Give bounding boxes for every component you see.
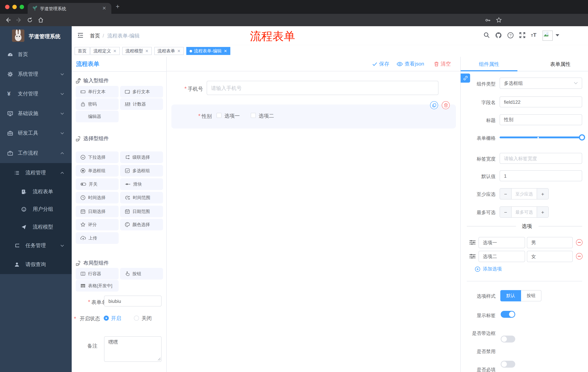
sidebar-item-process-model[interactable]: 流程模型 xyxy=(0,218,72,236)
save-button[interactable]: 保存 xyxy=(372,60,389,68)
option1-label-input[interactable] xyxy=(478,237,525,248)
disabled-toggle[interactable] xyxy=(501,361,515,368)
grid-slider-track[interactable] xyxy=(500,137,582,138)
tag-close-icon[interactable]: ✕ xyxy=(145,49,148,53)
tag-close-icon[interactable]: ✕ xyxy=(113,49,116,53)
palette-item-time-range[interactable]: 时间范围 xyxy=(120,192,163,203)
sidebar-item-pay[interactable]: ¥ 支付管理 xyxy=(0,84,72,104)
palette-item-editor[interactable]: 编辑器 xyxy=(76,111,119,122)
avatar[interactable] xyxy=(543,31,553,41)
phone-input[interactable] xyxy=(207,81,439,95)
tag-process-definition[interactable]: 流程定义✕ xyxy=(90,47,120,55)
password-key-icon[interactable] xyxy=(485,18,491,23)
sidebar-item-process-mgmt[interactable]: 流程管理 xyxy=(0,164,72,182)
default-value-input[interactable] xyxy=(500,170,582,181)
sidebar-fold-icon[interactable] xyxy=(77,32,84,39)
palette-item-button[interactable]: 按钮 xyxy=(120,268,163,279)
gender-option2-checkbox[interactable] xyxy=(251,113,256,118)
field-name-input[interactable] xyxy=(500,96,582,107)
view-json-button[interactable]: 查看json xyxy=(397,60,424,68)
help-icon[interactable]: ? xyxy=(507,32,514,39)
minus-button[interactable]: − xyxy=(500,207,511,217)
palette-item-counter[interactable]: 123 计数器 xyxy=(120,98,163,110)
reload-icon[interactable] xyxy=(27,17,33,23)
palette-item-table[interactable]: 表格[开发中] xyxy=(76,280,119,292)
remove-option2-button[interactable] xyxy=(576,253,583,260)
slider-handle[interactable] xyxy=(579,134,585,140)
palette-item-multi-text[interactable]: 多行文本 xyxy=(120,86,163,97)
tag-home[interactable]: 首页 xyxy=(74,47,90,55)
bookmark-star-icon[interactable] xyxy=(496,17,502,23)
sidebar-item-devtools[interactable]: 研发工具 xyxy=(0,123,72,143)
gender-component-selected[interactable]: *性别 选项一 选项二 xyxy=(171,105,456,128)
palette-item-single-text[interactable]: 单行文本 xyxy=(76,86,119,97)
sidebar-item-home[interactable]: 首页 xyxy=(0,45,72,64)
github-icon[interactable] xyxy=(495,32,502,39)
option2-value-input[interactable] xyxy=(527,251,573,262)
show-label-toggle[interactable] xyxy=(501,311,515,318)
tab-component-props[interactable]: 组件属性 xyxy=(471,61,507,68)
status-off-label[interactable]: 关闭 xyxy=(142,315,152,322)
bordered-toggle[interactable] xyxy=(501,336,515,342)
mac-close-button[interactable] xyxy=(5,5,10,9)
mac-zoom-button[interactable] xyxy=(20,5,24,9)
tag-process-form[interactable]: 流程表单✕ xyxy=(154,47,184,55)
gender-option1-label[interactable]: 选项一 xyxy=(224,113,240,119)
palette-item-select[interactable]: 下拉选择 xyxy=(76,151,119,163)
gender-option2-label[interactable]: 选项二 xyxy=(259,113,274,119)
palette-item-rate[interactable]: 评分 xyxy=(76,219,119,230)
form-remark-textarea[interactable]: 嘿嘿 xyxy=(104,336,162,362)
mac-minimize-button[interactable] xyxy=(12,5,17,9)
palette-item-password[interactable]: 密码 xyxy=(76,98,119,110)
fullscreen-icon[interactable] xyxy=(519,32,525,38)
form-name-input[interactable] xyxy=(104,296,162,307)
clear-button[interactable]: 清空 xyxy=(434,60,451,68)
palette-item-checkbox-group[interactable]: 多选框组 xyxy=(120,165,163,177)
copy-component-button[interactable] xyxy=(430,101,438,109)
status-on-label[interactable]: 开启 xyxy=(111,315,121,322)
new-tab-button[interactable]: + xyxy=(116,3,119,11)
palette-item-time-picker[interactable]: 时间选择 xyxy=(76,192,119,203)
max-select-input[interactable] xyxy=(511,207,537,217)
sidebar-item-workflow[interactable]: 工作流程 xyxy=(0,143,72,163)
browser-tab[interactable]: 芋道管理系统 ✕ xyxy=(28,3,111,14)
home-icon[interactable] xyxy=(38,17,44,23)
label-width-input[interactable] xyxy=(500,153,582,164)
sidebar-item-system[interactable]: 系统管理 xyxy=(0,64,72,84)
palette-item-color-picker[interactable]: 颜色选择 xyxy=(120,219,163,230)
sidebar-item-task-mgmt[interactable]: 任务管理 xyxy=(0,237,72,255)
palette-item-slider[interactable]: 滑块 xyxy=(120,178,163,190)
plus-button[interactable]: + xyxy=(537,207,548,217)
palette-item-date-range[interactable]: 日期范围 xyxy=(120,206,163,217)
option2-label-input[interactable] xyxy=(478,251,525,262)
tab-form-props[interactable]: 表单属性 xyxy=(542,61,578,68)
breadcrumb-home[interactable]: 首页 xyxy=(90,33,100,39)
status-radio-off[interactable] xyxy=(134,316,139,321)
status-radio-on[interactable] xyxy=(104,316,109,321)
sidebar-item-leave-query[interactable]: 请假查询 xyxy=(0,255,72,274)
option1-value-input[interactable] xyxy=(527,237,573,248)
delete-component-button[interactable] xyxy=(442,101,450,109)
tab-close-icon[interactable]: ✕ xyxy=(102,5,106,11)
forward-icon[interactable] xyxy=(16,17,22,23)
sidebar-item-process-form[interactable]: 流程表单 xyxy=(0,183,72,201)
remove-option1-button[interactable] xyxy=(576,239,583,246)
tag-process-model[interactable]: 流程模型✕ xyxy=(122,47,152,55)
tag-process-form-edit[interactable]: 流程表单-编辑✕ xyxy=(186,47,230,55)
minus-button[interactable]: − xyxy=(500,189,511,199)
gender-option1-checkbox[interactable] xyxy=(217,113,221,118)
search-icon[interactable] xyxy=(483,32,490,38)
tag-close-icon[interactable]: ✕ xyxy=(177,49,180,53)
sidebar-item-infra[interactable]: 基础设施 xyxy=(0,104,72,123)
palette-item-date-picker[interactable]: 日期选择 xyxy=(76,206,119,217)
title-input[interactable] xyxy=(500,114,582,125)
palette-item-switch[interactable]: 开关 xyxy=(76,178,119,190)
palette-item-cascader[interactable]: 级联选择 xyxy=(120,151,163,163)
option-drag-icon[interactable] xyxy=(469,239,476,246)
min-select-input[interactable] xyxy=(511,189,537,199)
resize-handle-icon[interactable] xyxy=(158,357,161,361)
style-default-button[interactable]: 默认 xyxy=(500,290,521,301)
back-icon[interactable] xyxy=(5,17,11,23)
palette-item-upload[interactable]: 上传 xyxy=(76,232,119,244)
plus-button[interactable]: + xyxy=(537,189,548,199)
